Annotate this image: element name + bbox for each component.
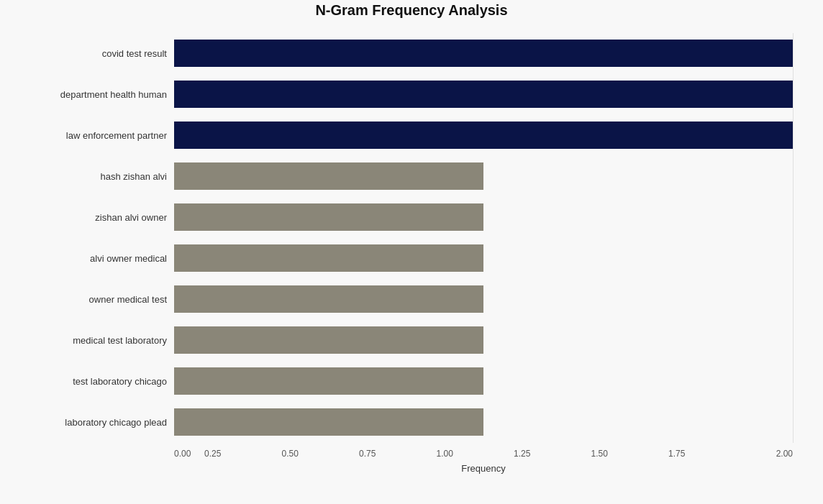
grid-line <box>793 33 794 443</box>
bar-fill <box>174 162 483 190</box>
bar-fill <box>174 81 793 108</box>
bar-label: department health human <box>30 89 174 100</box>
bar-label: alvi owner medical <box>30 253 174 264</box>
bar-fill <box>174 367 483 395</box>
bar-track <box>174 367 793 395</box>
bar-track <box>174 326 793 354</box>
x-tick: 1.25 <box>483 449 561 459</box>
bar-fill <box>174 244 483 272</box>
bar-fill <box>174 285 483 313</box>
bar-row: zishan alvi owner <box>30 197 793 238</box>
bar-fill <box>174 203 483 231</box>
bar-row: covid test result <box>30 33 793 74</box>
x-tick: 0.25 <box>174 449 252 459</box>
bar-track <box>174 408 793 436</box>
bar-fill <box>174 326 483 354</box>
bar-track <box>174 244 793 272</box>
bar-label: owner medical test <box>30 294 174 305</box>
bar-label: test laboratory chicago <box>30 376 174 387</box>
x-axis: 0.000.250.500.751.001.251.501.752.00 <box>30 449 793 459</box>
bar-track <box>174 40 793 67</box>
x-tick: 1.00 <box>406 449 484 459</box>
bar-fill <box>174 40 793 67</box>
x-tick: 2.00 <box>716 449 794 459</box>
chart-area: covid test resultdepartment health human… <box>30 33 793 443</box>
bar-row: hash zishan alvi <box>30 156 793 197</box>
bar-label: medical test laboratory <box>30 335 174 346</box>
bar-fill <box>174 408 483 436</box>
x-tick: 0.75 <box>329 449 406 459</box>
x-tick: 0.50 <box>252 449 329 459</box>
bar-row: alvi owner medical <box>30 238 793 279</box>
bar-fill <box>174 122 793 149</box>
chart-container: N-Gram Frequency Analysis covid test res… <box>16 0 807 504</box>
bar-row: department health human <box>30 74 793 115</box>
bar-row: laboratory chicago plead <box>30 402 793 443</box>
bar-track <box>174 81 793 108</box>
bar-row: law enforcement partner <box>30 115 793 156</box>
bar-label: zishan alvi owner <box>30 212 174 223</box>
bar-row: medical test laboratory <box>30 320 793 361</box>
bar-label: laboratory chicago plead <box>30 417 174 428</box>
chart-title: N-Gram Frequency Analysis <box>30 2 793 19</box>
bar-track <box>174 162 793 190</box>
bar-row: test laboratory chicago <box>30 361 793 402</box>
bar-track <box>174 203 793 231</box>
bar-label: covid test result <box>30 48 174 59</box>
bar-track <box>174 122 793 149</box>
bar-track <box>174 285 793 313</box>
bar-row: owner medical test <box>30 279 793 320</box>
bar-label: hash zishan alvi <box>30 171 174 182</box>
x-tick: 1.75 <box>638 449 716 459</box>
x-tick: 1.50 <box>561 449 639 459</box>
bar-label: law enforcement partner <box>30 130 174 141</box>
x-axis-label: Frequency <box>30 463 793 474</box>
